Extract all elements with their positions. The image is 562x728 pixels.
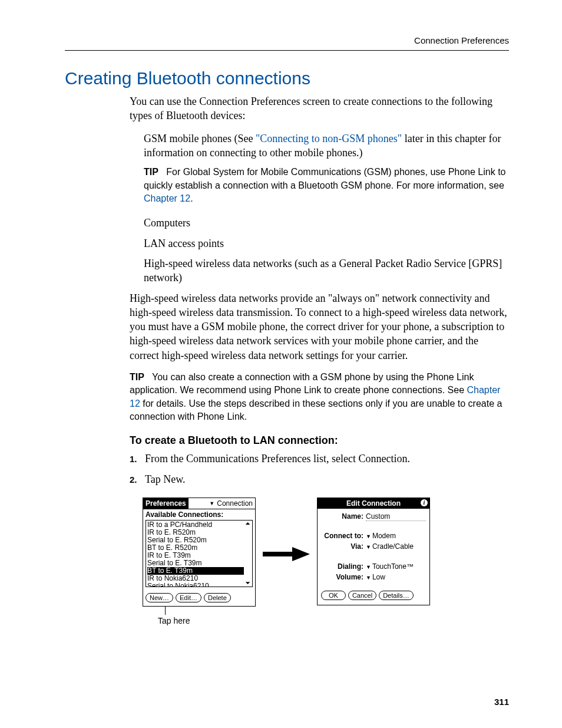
available-connections-label: Available Connections:	[143, 509, 255, 519]
step-1: From the Communications Preferences list…	[130, 452, 509, 466]
connect-to-row: Connect to: ▼Modem	[321, 532, 426, 540]
callout-text: Tap here	[158, 616, 256, 625]
link-non-gsm-phones[interactable]: "Connecting to non-GSM phones"	[256, 133, 402, 144]
dropdown-triangle-icon: ▼	[366, 575, 371, 581]
running-head: Connection Preferences	[65, 35, 509, 51]
scroll-down-icon[interactable]: 🞃	[245, 579, 251, 585]
step-2: Tap New.	[130, 472, 509, 487]
dropdown-triangle-icon: ▼	[209, 500, 214, 506]
via-row: Via: ▼Cradle/Cable	[321, 542, 426, 551]
volume-label: Volume:	[321, 573, 363, 581]
cancel-button[interactable]: Cancel	[348, 591, 376, 600]
svg-marker-0	[263, 547, 310, 561]
scroll-up-icon[interactable]: 🞁	[245, 522, 251, 528]
tip-label: TIP	[130, 372, 144, 382]
new-button[interactable]: New…	[146, 593, 173, 602]
bullet-lan-access-points: LAN access points	[130, 236, 509, 251]
via-dropdown[interactable]: ▼Cradle/Cable	[366, 542, 426, 551]
bullet-gsm-phones: GSM mobile phones (See "Connecting to no…	[130, 131, 509, 160]
connect-to-label: Connect to:	[321, 532, 363, 540]
preferences-screen: Preferences ▼ Connection Available Conne…	[143, 498, 256, 607]
steps-list: From the Communications Preferences list…	[130, 452, 509, 487]
bullet-computers: Computers	[130, 216, 509, 230]
bullet-highspeed-networks: High-speed wireless data networks (such …	[130, 256, 509, 285]
name-input[interactable]: Custom	[366, 512, 426, 521]
page-number: 311	[494, 697, 509, 707]
dropdown-triangle-icon: ▼	[366, 544, 371, 550]
delete-button[interactable]: Delete	[204, 593, 231, 602]
volume-row: Volume: ▼Low	[321, 573, 426, 581]
tip-phone-link-app: TIP You can also create a connection wit…	[130, 371, 509, 424]
volume-dropdown[interactable]: ▼Low	[366, 573, 426, 581]
preferences-title: Preferences	[143, 498, 189, 509]
via-label: Via:	[321, 542, 363, 551]
info-icon[interactable]: i	[421, 499, 428, 506]
callout-line	[165, 607, 166, 615]
figure-row: Preferences ▼ Connection Available Conne…	[143, 498, 509, 625]
dialing-dropdown[interactable]: ▼TouchTone™	[366, 562, 426, 571]
connections-list[interactable]: 🞁 🞃 IR to a PC/Handheld IR to E. R520m S…	[146, 520, 253, 587]
connect-to-dropdown[interactable]: ▼Modem	[366, 532, 426, 540]
link-chapter-12-a[interactable]: Chapter 12	[144, 193, 190, 203]
arrow-icon	[263, 498, 310, 561]
dropdown-triangle-icon: ▼	[366, 533, 371, 539]
name-row: Name: Custom	[321, 512, 426, 521]
edit-button[interactable]: Edit…	[176, 593, 201, 602]
ok-button[interactable]: OK	[321, 591, 346, 600]
edit-connection-title: Edit Connection i	[318, 498, 429, 509]
name-label: Name:	[321, 512, 363, 521]
edit-connection-screen: Edit Connection i Name: Custom Connect t…	[317, 498, 430, 605]
intro-paragraph: You can use the Connection Preferences s…	[130, 94, 509, 123]
tip-label: TIP	[144, 167, 158, 177]
dialing-row: Dialing: ▼TouchTone™	[321, 562, 426, 571]
dialing-label: Dialing:	[321, 562, 363, 571]
section-title: Creating Bluetooth connections	[65, 68, 509, 88]
paragraph-highspeed-detail: High-speed wireless data networks provid…	[130, 291, 509, 363]
list-item[interactable]: Serial to Nokia6210	[147, 582, 251, 587]
dropdown-triangle-icon: ▼	[366, 564, 371, 570]
preferences-category-dropdown[interactable]: ▼ Connection	[189, 499, 255, 508]
details-button[interactable]: Details…	[379, 591, 414, 600]
tip-gsm-phone-link: TIP For Global System for Mobile Communi…	[130, 166, 509, 205]
procedure-heading: To create a Bluetooth to LAN connection:	[130, 434, 509, 447]
